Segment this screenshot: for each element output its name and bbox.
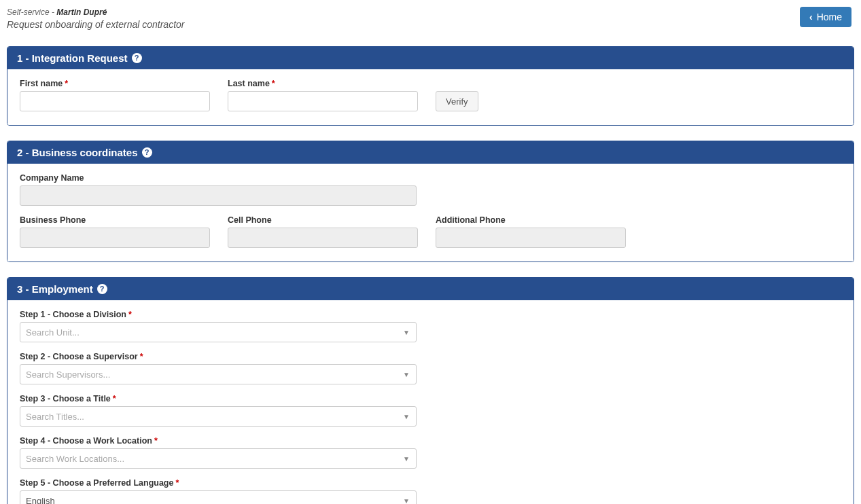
verify-button[interactable]: Verify [436, 91, 478, 111]
required-icon: * [175, 478, 179, 488]
step5-label: Step 5 - Choose a Preferred Language* [20, 478, 841, 488]
home-button-label: Home [817, 12, 842, 22]
panel-title-3: 3 - Employment [17, 283, 93, 295]
panel-header-3: 3 - Employment ? [7, 278, 854, 300]
cell-phone-input [228, 228, 418, 248]
required-icon: * [128, 310, 132, 319]
help-icon[interactable]: ? [97, 284, 107, 294]
panel-employment: 3 - Employment ? Step 1 - Choose a Divis… [7, 277, 854, 504]
panel-header-2: 2 - Business coordinates ? [7, 141, 854, 164]
step4-label: Step 4 - Choose a Work Location* [20, 436, 841, 446]
required-icon: * [65, 79, 68, 88]
breadcrumb-username: Martin Dupré [56, 7, 107, 17]
first-name-input[interactable] [20, 91, 210, 111]
first-name-label: First name* [20, 79, 210, 88]
cell-phone-label: Cell Phone [228, 215, 418, 225]
required-icon: * [272, 79, 275, 88]
chevron-left-icon: ‹ [809, 12, 813, 22]
division-select[interactable] [20, 322, 417, 342]
breadcrumb: Self-service - Martin Dupré [7, 7, 185, 18]
supervisor-select[interactable] [20, 364, 417, 384]
additional-phone-label: Additional Phone [436, 215, 626, 225]
breadcrumb-prefix: Self-service - [7, 7, 56, 17]
title-select[interactable] [20, 406, 417, 427]
company-name-label: Company Name [20, 173, 417, 183]
panel-title-2: 2 - Business coordinates [17, 147, 138, 158]
business-phone-input [20, 228, 210, 248]
required-icon: * [140, 352, 143, 361]
panel-title-1: 1 - Integration Request [17, 52, 128, 64]
required-icon: * [113, 394, 116, 403]
business-phone-label: Business Phone [20, 215, 210, 225]
help-icon[interactable]: ? [132, 53, 142, 63]
step3-label: Step 3 - Choose a Title* [20, 394, 841, 403]
required-icon: * [154, 436, 158, 446]
panel-header-1: 1 - Integration Request ? [7, 47, 854, 69]
language-select[interactable] [20, 490, 417, 504]
company-name-input [20, 185, 417, 206]
additional-phone-input [436, 228, 626, 248]
panel-integration-request: 1 - Integration Request ? First name* La… [7, 46, 854, 126]
page-subtitle: Request onboarding of external contracto… [7, 18, 185, 32]
step1-label: Step 1 - Choose a Division* [20, 310, 841, 319]
panel-business-coordinates: 2 - Business coordinates ? Company Name … [7, 141, 854, 262]
home-button[interactable]: ‹ Home [800, 7, 851, 27]
last-name-input[interactable] [228, 91, 418, 111]
help-icon[interactable]: ? [142, 147, 152, 158]
last-name-label: Last name* [228, 79, 418, 88]
step2-label: Step 2 - Choose a Supervisor* [20, 352, 841, 361]
work-location-select[interactable] [20, 448, 417, 469]
